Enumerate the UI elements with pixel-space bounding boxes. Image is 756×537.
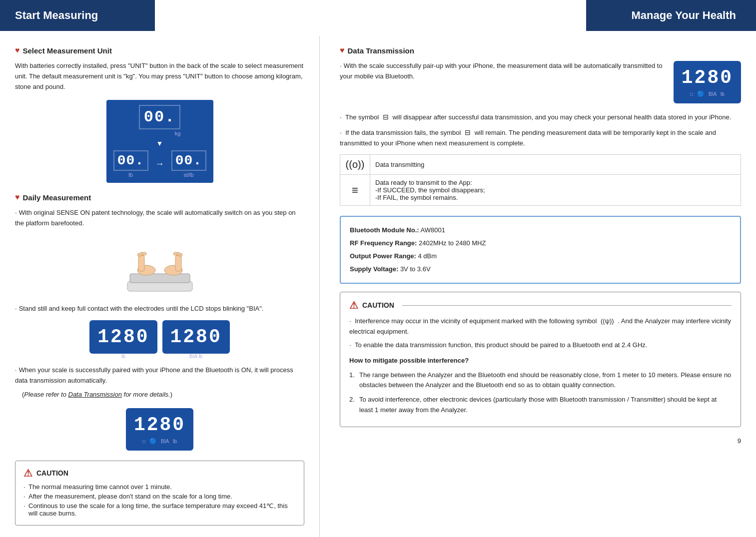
specs-box: Bluetooth Module No.: AW8001 RF Frequenc… [340, 216, 741, 284]
select-unit-section: ♥ Select Measurement Unit With batteries… [15, 46, 304, 183]
lcd-unit-box: 00. kg ▼ 00. lb → 00. st/lb [106, 100, 213, 183]
svg-point-6 [142, 252, 146, 255]
start-measuring-title: Start Measuring [15, 9, 98, 21]
spec-supply-val: 3V to 3.6V [400, 265, 431, 273]
spec-rf-label: RF Frequency Range: [350, 239, 417, 247]
caution-icon-left: ⚠ [23, 467, 32, 479]
display-1280-right: 1280 [162, 320, 230, 354]
caution-sym: ((ψ)) [601, 317, 614, 325]
sym-symbol-3: ⊟ [465, 128, 471, 136]
display-1280-dt: 1280 □ 🔵 BIA lb [674, 61, 741, 103]
manage-health-title: Manage Your Health [632, 9, 736, 21]
dt-bullet1-text: ·With the scale successfully pair-up wit… [340, 61, 664, 103]
dt-bullet3: · If the data transmission fails, the sy… [340, 127, 741, 149]
data-transmission-title: ♥ Data Transmission [340, 46, 741, 55]
daily-bullet1: ·With original SENSE ON patent technolog… [15, 208, 304, 229]
heart-icon-1: ♥ [15, 46, 20, 55]
symbol-icon-2: ≡ [340, 175, 370, 206]
mitigation-item-1: 1. The range between the Analyzer and th… [349, 370, 732, 391]
dt-bullet2: · The symbol ⊟ will disappear after succ… [340, 111, 741, 123]
mitigation-item-2: 2. To avoid interference, other electron… [349, 395, 732, 416]
main-content: ♥ Select Measurement Unit With batteries… [0, 31, 756, 537]
pairing-bullet: ·When your scale is successfully paired … [15, 365, 304, 386]
spec-supply: Supply Voltage: 3V to 3.6V [350, 263, 731, 276]
bluetooth-sym: 🔵 [149, 438, 157, 445]
spec-supply-label: Supply Voltage: [350, 265, 398, 273]
dt-top-section: ·With the scale successfully pair-up wit… [340, 61, 741, 103]
lb-label: lb [173, 439, 177, 444]
data-transmission-section: ♥ Data Transmission ·With the scale succ… [340, 46, 741, 206]
select-unit-body: With batteries correctly installed, pres… [15, 61, 304, 92]
lcd-top: 00. kg [139, 105, 181, 136]
lcd-digits-lb: 00. [113, 150, 148, 171]
dt-bia-label: BIA [709, 91, 717, 97]
lcd-digits-stlb: 00. [171, 150, 206, 171]
display-1280-left: 1280 [89, 320, 157, 354]
svg-point-11 [173, 252, 177, 255]
svg-rect-1 [130, 274, 190, 283]
spec-bluetooth-val: AW8001 [421, 226, 445, 234]
daily-measurement-title: ♥ Daily Measurement [15, 193, 304, 202]
sym-symbol-2: ⊟ [383, 113, 389, 121]
select-unit-title: ♥ Select Measurement Unit [15, 46, 304, 55]
right-caution-bullet2: · To enable the data transmission functi… [349, 340, 732, 351]
symbol-table-row-2: ≡ Data ready to transmit to the App: -If… [340, 175, 741, 206]
caution-item-1: The normal measuring time cannot over 1 … [23, 483, 296, 491]
spec-output: Output Power Range: 4 dBm [350, 250, 731, 263]
symbol-table: ((o)) Data transmitting ≡ Data ready to … [340, 154, 741, 206]
square-sym: □ [142, 439, 145, 444]
header-right: Manage Your Health [586, 0, 756, 31]
unit-lb-left: lb [121, 354, 125, 359]
daily-measurement-section: ♥ Daily Measurement ·With original SENSE… [15, 193, 304, 451]
spec-bluetooth: Bluetooth Module No.: AW8001 [350, 224, 731, 237]
left-caution-title: ⚠ CAUTION [23, 467, 296, 479]
left-caution-box: ⚠ CAUTION The normal measuring time cann… [15, 461, 304, 526]
dt-display-right: 1280 □ 🔵 BIA lb [674, 61, 741, 103]
caution-item-3: Continous to use the scale for a long ti… [23, 502, 296, 517]
feet-on-scale-image [120, 234, 200, 299]
mitigation-list: 1. The range between the Analyzer and th… [349, 370, 732, 416]
dt-bluetooth-sym: 🔵 [697, 90, 705, 97]
spec-rf-val: 2402MHz to 2480 MHZ [419, 239, 486, 247]
dt-bottom-row: □ 🔵 BIA lb [690, 90, 725, 97]
spec-output-label: Output Power Range: [350, 252, 416, 260]
daily-bullet2: ·Stand still and keep full contact with … [15, 304, 304, 314]
lcd-digits-top: 00. [139, 105, 181, 129]
arrow-down: ▼ [156, 139, 163, 147]
arrow-right: → [155, 159, 164, 169]
page-num-right: 9 [340, 437, 741, 445]
right-column: ♥ Data Transmission ·With the scale succ… [320, 36, 756, 537]
data-transmission-link[interactable]: Data Transmission [68, 391, 122, 398]
dt-lb-label: lb [721, 91, 725, 97]
digits-right: 1280 [170, 326, 222, 348]
lcd-unit-label-kg: kg [175, 130, 181, 136]
symbol-desc-1: Data transmitting [370, 155, 741, 175]
digits-left: 1280 [97, 326, 149, 348]
display-1280-pairing: 1280 □ 🔵 BIA lb [126, 408, 193, 451]
left-column: ♥ Select Measurement Unit With batteries… [0, 36, 320, 537]
unit-scale-display: 00. kg ▼ 00. lb → 00. st/lb [15, 100, 304, 183]
how-to-mitigate: How to mitigate possible interference? [349, 356, 732, 366]
unit-bia-right: BIA lb [189, 354, 202, 359]
right-caution-title: ⚠ CAUTION [349, 299, 732, 311]
right-caution-box: ⚠ CAUTION · Interference may occur in th… [340, 292, 741, 427]
heart-icon-2: ♥ [15, 193, 20, 202]
bia-label: BIA [161, 439, 169, 444]
pairing-refer: (Please refer to Data Transmission for m… [22, 390, 304, 400]
symbol-icon-1: ((o)) [340, 155, 370, 175]
spec-rf: RF Frequency Range: 2402MHz to 2480 MHZ [350, 237, 731, 250]
caution-divider [402, 305, 732, 306]
digits-pairing: 1280 [134, 414, 185, 436]
caution-icon-right: ⚠ [349, 299, 358, 311]
svg-rect-3 [138, 255, 144, 271]
bottom-row-pairing: □ 🔵 BIA lb [142, 438, 177, 445]
lcd-bottom-row: 00. lb → 00. st/lb [113, 150, 206, 178]
symbol-desc-2: Data ready to transmit to the App: -If S… [370, 175, 741, 206]
symbol-table-row-1: ((o)) Data transmitting [340, 155, 741, 175]
caution-item-2: After the measurement, please don't stan… [23, 493, 296, 500]
left-caution-list: The normal measuring time cannot over 1 … [23, 483, 296, 517]
right-caution-bullet1: · Interference may occur in the vicinity… [349, 316, 732, 337]
lcd-unit-lb: lb [128, 172, 133, 178]
header-left: Start Measuring [0, 0, 155, 31]
header-middle [155, 0, 586, 31]
